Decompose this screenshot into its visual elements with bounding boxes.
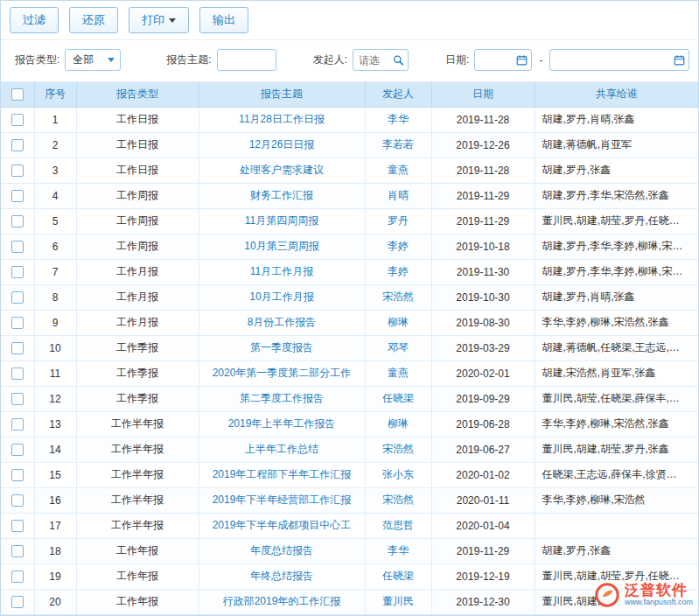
report-subject-link[interactable]: 12月26日日报 bbox=[249, 138, 315, 150]
row-checkbox[interactable] bbox=[11, 342, 24, 354]
initiator-link[interactable]: 罗丹 bbox=[388, 214, 409, 227]
report-subject-cell: 上半年工作总结 bbox=[199, 437, 365, 462]
report-type-selected-value: 全部 bbox=[73, 52, 94, 67]
filter-button[interactable]: 过滤 bbox=[10, 7, 59, 33]
initiator-link[interactable]: 李婷 bbox=[388, 265, 409, 277]
row-checkbox[interactable] bbox=[11, 266, 24, 278]
row-checkbox[interactable] bbox=[11, 215, 24, 228]
initiator-link[interactable]: 李华 bbox=[388, 113, 409, 125]
report-date: 2020-01-11 bbox=[431, 487, 535, 513]
initiator-cell: 张小东 bbox=[365, 462, 431, 487]
report-subject-link[interactable]: 上半年工作总结 bbox=[245, 443, 318, 455]
report-subject-link[interactable]: 2019年下半年成都项目中心工 bbox=[213, 519, 352, 531]
report-subject-cell: 11月28日工作日报 bbox=[199, 107, 365, 132]
initiator-link[interactable]: 柳琳 bbox=[388, 316, 409, 328]
report-subject-link[interactable]: 处理客户需求建议 bbox=[240, 164, 324, 176]
table-header-row: 序号报告类型报告主题发起人日期共享给谁 bbox=[1, 82, 698, 107]
initiator-link[interactable]: 张小东 bbox=[382, 468, 414, 480]
date-to-input[interactable] bbox=[549, 49, 689, 71]
row-checkbox[interactable] bbox=[11, 494, 24, 507]
search-icon[interactable] bbox=[392, 53, 405, 66]
row-checkbox[interactable] bbox=[11, 596, 24, 608]
row-checkbox[interactable] bbox=[11, 241, 24, 253]
table-row: 5工作周报11月第四周周报罗丹2019-11-29董川民,胡建,胡莹,罗丹,任晓… bbox=[1, 208, 698, 234]
report-subject-link[interactable]: 2019年上半年工作报告 bbox=[228, 417, 336, 430]
initiator-link[interactable]: 肖晴 bbox=[388, 189, 409, 201]
report-subject-link[interactable]: 2019年下半年经营部工作汇报 bbox=[213, 494, 352, 506]
initiator-link[interactable]: 董川民 bbox=[382, 595, 414, 607]
table-row: 20工作年报行政部2019年的工作汇报董川民2019-12-30董川民,胡建, bbox=[1, 589, 698, 614]
report-subject-link[interactable]: 11月第四周周报 bbox=[245, 214, 318, 227]
report-subject-input[interactable] bbox=[217, 49, 276, 71]
calendar-icon[interactable] bbox=[515, 53, 528, 66]
report-type: 工作日报 bbox=[76, 107, 199, 132]
print-button[interactable]: 打印 bbox=[129, 7, 189, 33]
report-subject-cell: 8月份工作报告 bbox=[199, 310, 365, 335]
report-subject-link[interactable]: 年度总结报告 bbox=[250, 544, 313, 556]
column-header-1: 报告类型 bbox=[76, 82, 199, 107]
initiator-link[interactable]: 范思哲 bbox=[382, 519, 414, 531]
row-checkbox[interactable] bbox=[11, 444, 24, 456]
report-subject-link[interactable]: 2020年第一季度第二部分工作 bbox=[213, 367, 352, 379]
report-type: 工作半年报 bbox=[76, 462, 199, 487]
initiator-cell: 李若若 bbox=[365, 132, 431, 158]
report-subject-link[interactable]: 年终总结报告 bbox=[250, 570, 313, 582]
initiator-link[interactable]: 李若若 bbox=[382, 138, 414, 150]
report-subject-link[interactable]: 8月份工作报告 bbox=[248, 316, 317, 328]
table-row: 2工作日报12月26日日报李若若2019-12-26胡建,蒋德帆,肖亚军 bbox=[1, 132, 698, 158]
row-checkbox[interactable] bbox=[11, 469, 24, 481]
shared-with: 胡建,罗丹,肖晴,张鑫 bbox=[535, 284, 698, 310]
row-checkbox[interactable] bbox=[11, 545, 24, 557]
table-row: 4工作周报财务工作汇报肖晴2019-11-29胡建,罗丹,李华,宋浩然,张鑫 bbox=[1, 183, 698, 208]
initiator-cell: 李华 bbox=[365, 538, 431, 564]
initiator-link[interactable]: 宋浩然 bbox=[382, 443, 414, 455]
row-checkbox[interactable] bbox=[11, 291, 24, 304]
report-subject-link[interactable]: 行政部2019年的工作汇报 bbox=[223, 595, 341, 607]
initiator-link[interactable]: 李华 bbox=[388, 544, 409, 556]
row-checkbox[interactable] bbox=[11, 393, 24, 405]
row-checkbox[interactable] bbox=[11, 520, 24, 532]
calendar-icon[interactable] bbox=[673, 53, 686, 66]
initiator-link[interactable]: 宋浩然 bbox=[382, 494, 414, 506]
report-subject-link[interactable]: 财务工作汇报 bbox=[250, 189, 313, 201]
initiator-link[interactable]: 李婷 bbox=[388, 240, 409, 252]
row-checkbox[interactable] bbox=[11, 570, 24, 583]
report-subject-cell: 2019年工程部下半年工作汇报 bbox=[199, 462, 365, 487]
report-subject-link[interactable]: 11月28日工作日报 bbox=[239, 113, 325, 125]
initiator-label: 发起人: bbox=[313, 52, 347, 67]
table-row: 6工作周报10月第三周周报李婷2019-10-18胡建,罗丹,李华,李婷,柳琳,… bbox=[1, 234, 698, 259]
restore-button[interactable]: 还原 bbox=[69, 7, 118, 33]
report-type-label: 报告类型: bbox=[15, 52, 59, 67]
row-checkbox[interactable] bbox=[11, 164, 24, 177]
initiator-link[interactable]: 任晓渠 bbox=[382, 570, 414, 582]
report-type-select[interactable]: 全部 bbox=[65, 49, 121, 71]
report-subject-link[interactable]: 第一季度报告 bbox=[250, 341, 313, 354]
initiator-cell: 李婷 bbox=[365, 259, 431, 284]
initiator-link[interactable]: 邓琴 bbox=[388, 341, 409, 354]
select-all-checkbox[interactable] bbox=[11, 88, 24, 101]
report-subject-link[interactable]: 第二季度工作报告 bbox=[240, 392, 324, 404]
row-number: 13 bbox=[34, 411, 76, 437]
initiator-cell: 任晓渠 bbox=[365, 564, 431, 589]
row-checkbox[interactable] bbox=[11, 368, 24, 380]
report-date: 2019-12-19 bbox=[431, 564, 535, 589]
shared-with: 董川民,胡建,胡莹,罗丹,张鑫 bbox=[535, 437, 698, 462]
report-subject-link[interactable]: 2019年工程部下半年工作汇报 bbox=[213, 468, 352, 480]
export-button[interactable]: 输出 bbox=[199, 7, 248, 33]
row-checkbox[interactable] bbox=[11, 418, 24, 430]
report-subject-link[interactable]: 10月第三周周报 bbox=[244, 240, 318, 252]
toolbar: 过滤 还原 打印 输出 bbox=[1, 1, 698, 40]
initiator-link[interactable]: 任晓渠 bbox=[382, 392, 414, 404]
row-checkbox[interactable] bbox=[11, 317, 24, 329]
initiator-link[interactable]: 童燕 bbox=[388, 164, 409, 176]
row-number: 17 bbox=[34, 513, 76, 538]
report-subject-link[interactable]: 10月工作月报 bbox=[249, 290, 313, 303]
initiator-link[interactable]: 童燕 bbox=[388, 367, 409, 379]
initiator-link[interactable]: 柳琳 bbox=[388, 417, 409, 430]
row-checkbox[interactable] bbox=[11, 190, 24, 202]
row-checkbox[interactable] bbox=[11, 139, 24, 151]
report-subject-link[interactable]: 11月工作月报 bbox=[250, 265, 313, 277]
initiator-link[interactable]: 宋浩然 bbox=[382, 290, 414, 303]
row-checkbox[interactable] bbox=[11, 114, 24, 126]
report-subject-cell: 第一季度报告 bbox=[199, 335, 365, 360]
